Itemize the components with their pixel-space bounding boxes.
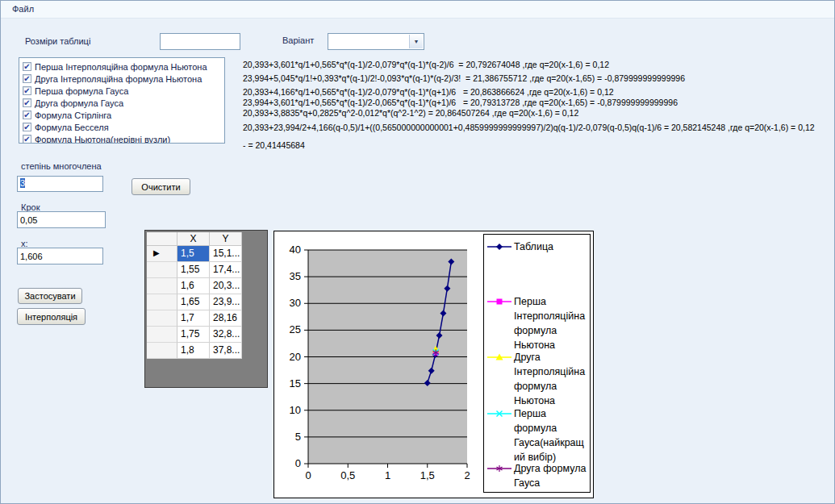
checklist-item[interactable]: ✔Перша формула Гауса bbox=[21, 85, 224, 97]
row-header[interactable]: ▶ bbox=[147, 246, 177, 262]
checklist-item[interactable]: ✔Формула Бесселя bbox=[21, 121, 224, 133]
grid-cell[interactable]: 37,8... bbox=[210, 343, 242, 359]
row-header[interactable] bbox=[147, 278, 177, 294]
svg-text:40: 40 bbox=[290, 244, 301, 256]
legend-label: Перша формула Гауса(найкращий вибір) bbox=[514, 406, 589, 464]
formula-line: 23,994+3,601*q/1+0,565*q*(q-1)/2-0,065*q… bbox=[243, 98, 678, 107]
svg-text:0,5: 0,5 bbox=[340, 469, 355, 481]
row-header[interactable] bbox=[147, 262, 177, 278]
checkbox-checked-icon[interactable]: ✔ bbox=[23, 74, 31, 83]
variant-combobox[interactable]: ▼ bbox=[328, 33, 424, 50]
svg-text:15: 15 bbox=[290, 377, 301, 389]
x-input[interactable] bbox=[17, 248, 103, 264]
grid-cell[interactable]: 20,3... bbox=[210, 278, 242, 294]
legend-label: Перша Інтерполяційна формула Ньютона bbox=[514, 294, 589, 352]
legend-marker-triangle-icon bbox=[487, 351, 511, 364]
grid-cell[interactable]: 17,4... bbox=[210, 262, 242, 278]
checklist-item[interactable]: ✔Перша Інтерполяційна формула Ньютона bbox=[21, 60, 224, 73]
grid-cell[interactable]: 1,5 bbox=[177, 246, 210, 262]
grid-cell[interactable]: 23,9... bbox=[210, 294, 242, 310]
svg-text:30: 30 bbox=[290, 297, 301, 309]
legend-item: Друга Інтерполяційна формула Ньютона bbox=[487, 350, 589, 408]
row-header[interactable] bbox=[147, 310, 177, 327]
grid-cell[interactable]: 1,55 bbox=[177, 262, 210, 278]
grid-cell[interactable]: 1,8 bbox=[177, 343, 210, 359]
svg-text:1,5: 1,5 bbox=[420, 469, 435, 481]
grid-cell[interactable]: 32,8... bbox=[210, 327, 242, 343]
table-size-label: Розміри таблиці bbox=[25, 36, 90, 46]
checklist-item[interactable]: ✔Формула Стірлінга bbox=[21, 109, 224, 121]
grid-corner-header[interactable] bbox=[147, 232, 177, 246]
formula-line: 20,393+4,166*q/1+0,565*q*(q-1)/2-0,079*q… bbox=[243, 87, 614, 97]
checkbox-checked-icon[interactable]: ✔ bbox=[23, 123, 31, 131]
legend-marker-diamond-icon bbox=[487, 240, 511, 253]
grid-cell[interactable]: 1,6 bbox=[177, 278, 210, 294]
step-input[interactable] bbox=[17, 211, 106, 228]
legend-item: Перша Інтерполяційна формула Ньютона bbox=[487, 294, 589, 352]
apply-button[interactable]: Застосувати bbox=[18, 288, 82, 304]
legend-label: Таблица bbox=[514, 240, 589, 254]
checklist-item[interactable]: ✔Друга формула Гауса bbox=[21, 97, 224, 109]
legend-label: Друга формула Гауса bbox=[514, 461, 589, 490]
checkbox-checked-icon[interactable]: ✔ bbox=[23, 62, 31, 71]
clear-button[interactable]: Очистити bbox=[132, 178, 190, 195]
legend-item: Перша формула Гауса(найкращий вибір) bbox=[487, 406, 589, 464]
grid-column-header-x[interactable]: X bbox=[177, 232, 210, 246]
table-size-input[interactable] bbox=[160, 33, 240, 50]
menu-file[interactable]: Файл bbox=[7, 3, 39, 15]
formula-line: 23,994+5,045*q/1!+0,393*q*(q-1)/2!-0,093… bbox=[243, 73, 685, 83]
row-header[interactable] bbox=[147, 327, 177, 343]
chart-legend: Таблица Перша Інтерполяційна формула Нью… bbox=[483, 234, 591, 493]
formula-line: 20,393+3,8835*q+0,2825*q^2-0,012*q*(q^2-… bbox=[243, 108, 578, 118]
svg-text:20: 20 bbox=[290, 351, 301, 363]
checkbox-checked-icon[interactable]: ✔ bbox=[23, 135, 31, 144]
legend-item: Таблица bbox=[487, 240, 589, 254]
degree-input[interactable]: 3 bbox=[17, 176, 103, 192]
checkbox-checked-icon[interactable]: ✔ bbox=[23, 86, 31, 95]
grid-cell[interactable]: 1,7 bbox=[177, 310, 210, 327]
checklist-item[interactable]: ✔Друга Інтерполяційна формула Ньютона bbox=[21, 73, 224, 85]
checkbox-checked-icon[interactable]: ✔ bbox=[23, 110, 31, 119]
chart-panel: 051015202530354000,511,52 Таблица Перша … bbox=[273, 231, 594, 498]
grid-column-header-y[interactable]: Y bbox=[210, 232, 242, 246]
app-window: Файл Розміри таблиці Варіант ▼ ✔Перша Ін… bbox=[0, 0, 835, 504]
grid-cell[interactable]: 1,65 bbox=[177, 294, 210, 310]
grid-cell[interactable]: 28,16 bbox=[210, 310, 242, 327]
checklist-item-label: Друга Інтерполяційна формула Ньютона bbox=[35, 74, 202, 84]
checklist-item-label: Формула Стірлінга bbox=[35, 110, 111, 120]
table-row: 1,620,3... bbox=[147, 278, 242, 294]
legend-item: Друга формула Гауса bbox=[487, 461, 589, 490]
svg-text:5: 5 bbox=[295, 431, 301, 443]
formula-line: 20,393+23,994/2+4,166(q-0,5)/1+((0,56500… bbox=[243, 123, 815, 132]
legend-marker-asterisk-icon bbox=[487, 462, 511, 475]
checklist-item-label: Друга формула Гауса bbox=[35, 98, 123, 108]
menu-bar: Файл bbox=[1, 1, 834, 19]
formula-line: 20,393+3,601*q/1+0,565*q*(q-1)/2-0,079*q… bbox=[243, 60, 609, 69]
checklist-item[interactable]: ✔Формула Ньютона(нерівні вузли) bbox=[21, 133, 224, 144]
interpolation-button[interactable]: Інтерполяція bbox=[17, 308, 86, 325]
row-header[interactable] bbox=[147, 294, 177, 310]
svg-text:35: 35 bbox=[290, 270, 301, 282]
data-grid-panel: X Y ▶1,515,1... 1,5517,4... 1,620,3... 1… bbox=[144, 230, 268, 388]
checklist-item-label: Перша Інтерполяційна формула Ньютона bbox=[35, 62, 207, 72]
table-row: 1,5517,4... bbox=[147, 262, 242, 278]
methods-checklist: ✔Перша Інтерполяційна формула Ньютона ✔Д… bbox=[19, 57, 225, 144]
table-row: 1,7532,8... bbox=[147, 327, 242, 343]
checklist-item-label: Перша формула Гауса bbox=[35, 86, 128, 96]
grid-cell[interactable]: 15,1... bbox=[210, 246, 242, 262]
table-row: ▶1,515,1... bbox=[147, 246, 242, 262]
chevron-down-icon[interactable]: ▼ bbox=[409, 35, 423, 48]
svg-text:10: 10 bbox=[290, 404, 301, 416]
legend-marker-x-icon bbox=[487, 407, 511, 420]
checkbox-checked-icon[interactable]: ✔ bbox=[23, 98, 31, 107]
svg-text:0: 0 bbox=[305, 469, 311, 481]
table-row: 1,728,16 bbox=[147, 310, 242, 327]
table-row: 1,6523,9... bbox=[147, 294, 242, 310]
table-row: 1,837,8... bbox=[147, 343, 242, 359]
grid-cell[interactable]: 1,75 bbox=[177, 327, 210, 343]
legend-label: Друга Інтерполяційна формула Ньютона bbox=[514, 350, 589, 408]
svg-text:1: 1 bbox=[385, 469, 390, 481]
svg-text:25: 25 bbox=[290, 323, 301, 335]
row-header[interactable] bbox=[147, 343, 177, 359]
current-row-arrow-icon: ▶ bbox=[153, 248, 160, 257]
